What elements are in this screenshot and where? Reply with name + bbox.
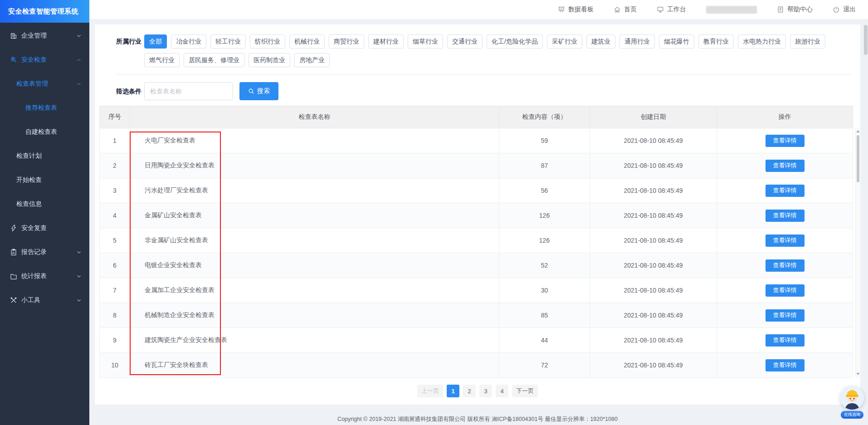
industry-tag[interactable]: 燃气行业 — [144, 53, 180, 67]
industry-tag[interactable]: 教育行业 — [698, 34, 734, 49]
sidebar-item-inspection-plan[interactable]: 检查计划 — [0, 144, 89, 168]
building-icon — [10, 32, 17, 39]
search-button[interactable]: 搜索 — [239, 82, 278, 100]
topbar-workbench[interactable]: 工作台 — [657, 5, 686, 14]
industry-tag[interactable]: 建筑业 — [586, 34, 615, 49]
pagination: 上一页1234下一页 — [95, 385, 860, 397]
industry-tag[interactable]: 冶金行业 — [171, 34, 206, 49]
sidebar-item-label: 检查计划 — [16, 152, 42, 160]
topbar-logout[interactable]: 退出 — [833, 5, 856, 14]
sidebar-item-recommended-checklist[interactable]: 推荐检查表 — [0, 96, 89, 120]
table-row: 5非金属矿山安全检查表1262021-08-10 08:45:49查看详情 — [100, 228, 853, 253]
pagination-page-3[interactable]: 3 — [479, 385, 492, 397]
table-row: 7金属加工企业安全检查表302021-08-10 08:45:49查看详情 — [100, 278, 853, 303]
cell-name: 金属矿山安全检查表 — [130, 203, 499, 228]
cell-action: 查看详情 — [717, 203, 853, 228]
view-detail-button[interactable]: 查看详情 — [766, 135, 805, 147]
cell-name: 非金属矿山安全检查表 — [130, 228, 499, 253]
view-detail-button[interactable]: 查看详情 — [766, 359, 805, 371]
topbar-home[interactable]: 首页 — [614, 5, 637, 14]
sidebar-item-inspection-info[interactable]: 检查信息 — [0, 192, 89, 216]
pagination-page-1[interactable]: 1 — [447, 385, 459, 397]
cell-action: 查看详情 — [717, 303, 853, 328]
industry-tag[interactable]: 纺织行业 — [250, 34, 285, 49]
topbar-item-label: 数据看板 — [568, 5, 594, 14]
industry-tag[interactable]: 交通行业 — [447, 34, 483, 49]
scroll-up-arrow-icon[interactable] — [856, 130, 860, 132]
sidebar-item-safety-inspection[interactable]: 安全检查 — [0, 48, 89, 72]
cell-items: 126 — [499, 203, 590, 228]
pagination-next[interactable]: 下一页 — [512, 385, 538, 397]
sidebar: 安全检查智能管理系统 企业管理安全检查检查表管理推荐检查表自建检查表检查计划开始… — [0, 0, 89, 425]
page-scrollbar[interactable] — [864, 25, 868, 55]
cell-items: 87 — [499, 153, 590, 178]
industry-tag[interactable]: 采矿行业 — [547, 34, 582, 49]
sidebar-item-label: 报告记录 — [21, 248, 47, 256]
cell-date: 2021-08-10 08:45:49 — [590, 178, 717, 203]
chat-avatar[interactable] — [840, 386, 864, 410]
cell-action: 查看详情 — [717, 353, 853, 378]
sidebar-item-self-built-checklist[interactable]: 自建检查表 — [0, 120, 89, 144]
view-detail-button[interactable]: 查看详情 — [766, 334, 805, 347]
view-detail-button[interactable]: 查看详情 — [766, 309, 805, 322]
industry-tag[interactable]: 化工/危险化学品 — [487, 34, 543, 49]
sidebar-item-start-inspection[interactable]: 开始检查 — [0, 168, 89, 192]
view-detail-button[interactable]: 查看详情 — [766, 210, 805, 222]
cell-action: 查看详情 — [717, 253, 853, 278]
divider — [116, 74, 851, 75]
industry-tag[interactable]: 旅游行业 — [790, 34, 825, 49]
industry-tag[interactable]: 全部 — [144, 34, 167, 49]
view-detail-button[interactable]: 查看详情 — [766, 185, 805, 197]
industry-tag[interactable]: 通用行业 — [619, 34, 655, 49]
pagination-page-4[interactable]: 4 — [496, 385, 508, 397]
column-header: 操作 — [717, 106, 853, 128]
industry-tag[interactable]: 轻工行业 — [210, 34, 246, 49]
app-logo: 安全检查智能管理系统 — [0, 0, 89, 23]
view-detail-button[interactable]: 查看详情 — [766, 160, 805, 172]
folder-icon — [10, 273, 17, 280]
table-scrollbar[interactable] — [855, 128, 860, 377]
chevron-up-icon — [76, 81, 82, 87]
home-icon — [614, 6, 621, 13]
sidebar-item-label: 统计报表 — [21, 272, 47, 280]
industry-tags: 全部冶金行业轻工行业纺织行业机械行业商贸行业建材行业烟草行业交通行业化工/危险化… — [144, 34, 847, 67]
cell-items: 30 — [499, 278, 590, 303]
chat-label[interactable]: 在线咨询 — [841, 411, 863, 419]
topbar-help-center[interactable]: 帮助中心 — [777, 5, 813, 14]
industry-tag[interactable]: 房地产业 — [294, 53, 330, 67]
view-detail-button[interactable]: 查看详情 — [766, 259, 805, 272]
industry-tag[interactable]: 烟草行业 — [408, 34, 443, 49]
sidebar-item-label: 安全复查 — [21, 224, 47, 232]
industry-tag[interactable]: 商贸行业 — [329, 34, 364, 49]
sidebar-item-small-tools[interactable]: 小工具 — [0, 288, 89, 312]
scroll-down-arrow-icon[interactable] — [856, 373, 860, 375]
industry-tag[interactable]: 水电热力行业 — [738, 34, 786, 49]
sidebar-item-safety-recheck[interactable]: 安全复查 — [0, 216, 89, 240]
cell-action: 查看详情 — [717, 178, 853, 203]
copyright-text: Copyright © 2019-2021 湖南展通科技集团有限公司 版权所有 … — [337, 416, 618, 422]
pagination-page-2[interactable]: 2 — [463, 385, 476, 397]
search-input[interactable] — [144, 82, 233, 100]
topbar-data-board[interactable]: 数据看板 — [558, 5, 594, 14]
industry-tag[interactable]: 医药制造业 — [249, 53, 290, 67]
pagination-prev[interactable]: 上一页 — [417, 385, 443, 397]
sidebar-item-statistics-reports[interactable]: 统计报表 — [0, 264, 89, 288]
view-detail-button[interactable]: 查看详情 — [766, 234, 805, 247]
app-title: 安全检查智能管理系统 — [8, 7, 78, 16]
cell-index: 6 — [100, 253, 130, 278]
industry-tag[interactable]: 建材行业 — [368, 34, 404, 49]
industry-tag[interactable]: 居民服务、修理业 — [184, 53, 244, 67]
industry-label: 所属行业 — [116, 34, 144, 67]
online-chat-widget[interactable]: 在线咨询 — [839, 386, 865, 419]
industry-tag[interactable]: 烟花爆竹 — [659, 34, 694, 49]
view-detail-button[interactable]: 查看详情 — [766, 284, 805, 297]
sidebar-item-report-records[interactable]: 报告记录 — [0, 240, 89, 264]
cell-name: 电镀企业安全检查表 — [130, 253, 499, 278]
industry-tag[interactable]: 机械行业 — [289, 34, 325, 49]
chevron-down-icon — [76, 298, 82, 303]
cell-action: 查看详情 — [717, 228, 853, 253]
table-scrollbar-thumb[interactable] — [857, 135, 859, 182]
power-icon — [833, 6, 840, 13]
sidebar-item-checklist-management[interactable]: 检查表管理 — [0, 72, 89, 96]
sidebar-item-enterprise-management[interactable]: 企业管理 — [0, 24, 89, 48]
